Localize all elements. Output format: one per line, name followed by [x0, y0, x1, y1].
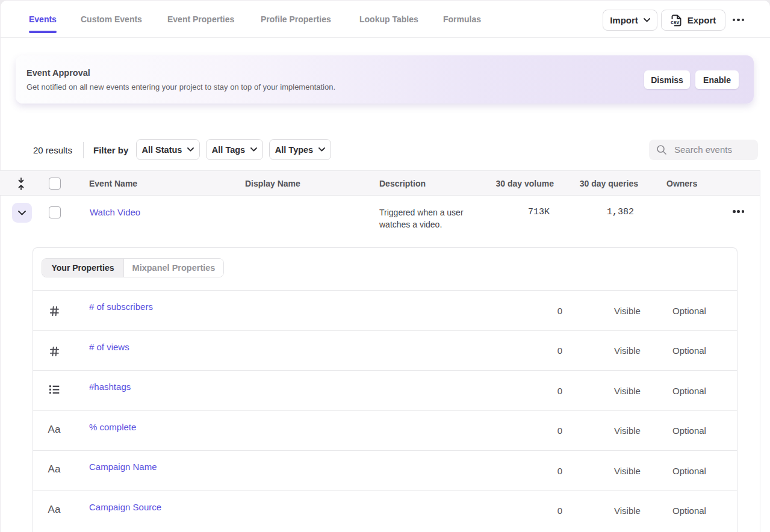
svg-text:csv: csv	[671, 19, 679, 25]
